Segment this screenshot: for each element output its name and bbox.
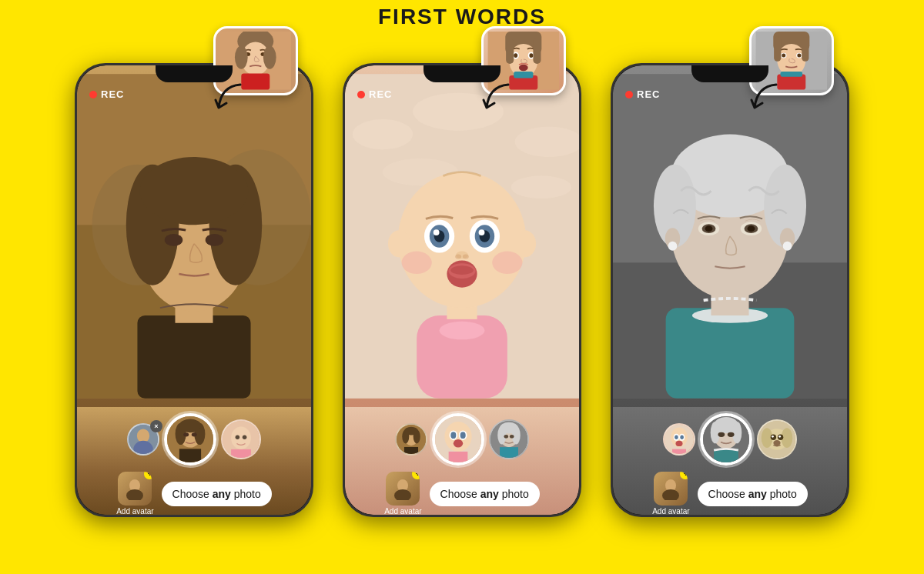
add-avatar-btn-1[interactable]: + Add avatar [116,472,153,515]
svg-rect-112 [774,37,781,62]
svg-point-34 [243,435,247,439]
svg-point-71 [463,255,469,259]
svg-point-106 [778,44,806,76]
phone-frame-1: REC [75,63,313,517]
action-row-1: + Add avatar Choose any photo [116,472,272,515]
svg-point-74 [450,265,473,275]
svg-rect-101 [500,447,518,458]
svg-rect-149 [714,449,738,462]
svg-point-64 [434,229,440,235]
avatar-baby-selected[interactable] [432,413,484,466]
svg-point-77 [440,322,485,340]
svg-point-33 [236,435,240,439]
svg-point-147 [718,432,725,437]
add-avatar-btn-3[interactable]: + Add avatar [652,472,689,515]
svg-point-51 [353,119,413,149]
avatar-baby-3[interactable] [663,423,695,456]
svg-rect-49 [514,72,533,78]
phone-screen-1: REC [77,65,311,515]
svg-point-97 [497,425,506,444]
svg-point-27 [179,419,201,433]
svg-point-98 [512,425,521,444]
avatar-baby-1[interactable] [221,419,261,459]
svg-point-146 [732,422,742,443]
phone-group-3: REC [603,32,857,517]
rec-dot-1 [89,91,97,98]
phone-screen-2: REC [345,65,579,515]
rec-indicator-1: REC [89,88,124,100]
svg-point-103 [394,489,411,500]
badge-1: + [144,472,152,479]
svg-point-133 [783,242,792,251]
avatar-row-3 [663,413,797,466]
svg-point-59 [388,230,410,257]
svg-point-37 [126,489,143,500]
svg-rect-83 [404,447,418,454]
remove-avatar-btn-1[interactable]: × [150,420,162,432]
phone-notch-3 [691,65,768,82]
phone-notch-1 [156,65,233,82]
svg-point-92 [454,439,463,448]
add-avatar-label-1: Add avatar [116,507,153,515]
phone-screen-3: REC [613,65,847,515]
svg-point-55 [511,176,571,199]
svg-point-45 [519,65,528,71]
svg-point-108 [782,54,785,58]
svg-point-156 [772,436,774,438]
svg-point-76 [492,252,522,274]
bottom-controls-3: + Add avatar Choose any photo [613,407,847,515]
svg-point-91 [460,432,466,439]
rec-text-1: REC [101,88,124,100]
svg-point-100 [510,435,514,439]
svg-point-42 [514,53,517,58]
svg-rect-12 [137,315,250,399]
svg-point-32 [231,426,251,449]
svg-point-7 [263,46,276,69]
choose-photo-btn-3[interactable]: Choose any photo [698,482,808,506]
svg-point-75 [402,252,432,274]
add-avatar-btn-2[interactable]: + Add avatar [384,472,421,515]
phones-container: REC [0,32,924,574]
phone-frame-2: REC [343,63,581,517]
svg-point-132 [668,242,678,251]
badge-2: + [412,472,420,479]
svg-point-110 [798,54,802,58]
avatar-queen-2[interactable] [489,419,529,459]
bottom-controls-1: × [77,407,311,515]
svg-point-129 [748,225,755,232]
choose-photo-btn-1[interactable]: Choose any photo [162,482,272,506]
avatar-mona-selected[interactable] [164,413,216,466]
avatar-queen-selected[interactable] [700,413,752,466]
avatar-mona-2[interactable] [395,423,427,456]
svg-rect-47 [506,38,514,65]
svg-point-68 [479,229,485,235]
rec-text-2: REC [369,88,392,100]
svg-point-99 [504,435,509,439]
avatar-row-1: × [127,413,261,466]
action-row-2: + Add avatar Choose any photo [384,472,540,515]
choose-photo-btn-2[interactable]: Choose any photo [430,482,540,506]
action-row-3: + Add avatar Choose any photo [652,472,808,515]
svg-point-21 [137,429,149,442]
app-title: FIRST WORDS [378,5,546,28]
add-avatar-label-3: Add avatar [652,507,689,515]
avatar-row-2 [395,413,529,466]
rec-text-3: REC [637,88,660,100]
svg-point-157 [778,436,781,438]
arrow-3 [745,78,784,117]
phone-notch-2 [424,65,500,82]
face-area-3 [613,65,847,407]
svg-point-139 [680,436,684,439]
face-area-1 [77,65,311,407]
arrow-1 [209,78,248,117]
svg-rect-113 [802,37,808,62]
svg-rect-141 [672,449,686,454]
rec-dot-3 [625,91,633,98]
svg-rect-93 [449,452,468,462]
avatar-dog-3[interactable] [757,419,797,459]
svg-point-140 [675,441,682,446]
svg-point-158 [773,440,780,446]
svg-point-82 [404,427,418,436]
svg-point-137 [675,436,678,439]
svg-point-126 [705,225,713,232]
